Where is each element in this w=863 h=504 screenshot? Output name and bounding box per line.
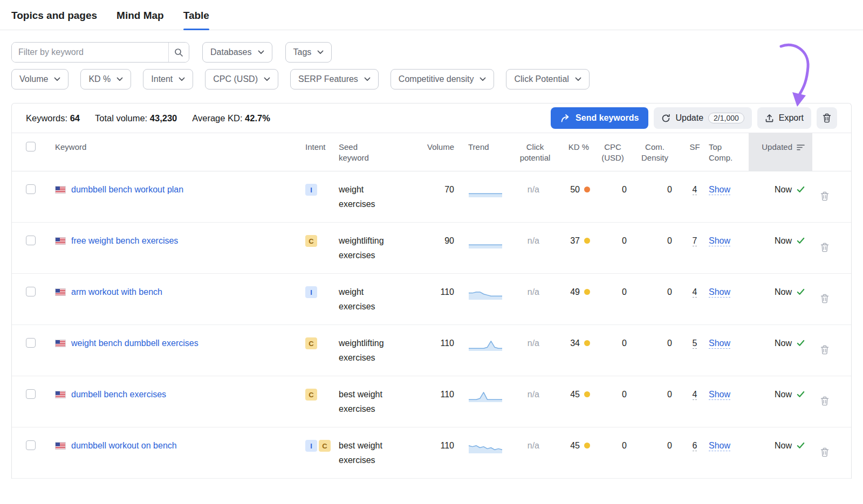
kd-value: 45	[570, 438, 580, 453]
column-header-volume[interactable]: Volume	[421, 133, 462, 171]
show-top-competitors-link[interactable]: Show	[709, 339, 730, 349]
column-header-seed-keyword[interactable]: Seed keyword	[339, 133, 421, 171]
tab-topics-and-pages[interactable]: Topics and pages	[11, 10, 97, 30]
delete-row-button[interactable]	[819, 234, 830, 263]
column-header-updated[interactable]: Updated	[749, 133, 812, 171]
tab-mind-map[interactable]: Mind Map	[117, 10, 164, 30]
serp-features-count[interactable]: 5	[693, 339, 697, 349]
filter-volume[interactable]: Volume	[11, 69, 69, 89]
filter-serp-features[interactable]: SERP Features	[290, 69, 379, 89]
keyword-link[interactable]: arm workout with bench	[71, 285, 162, 299]
click-potential-value: n/a	[516, 171, 553, 222]
export-label: Export	[779, 113, 804, 123]
delete-row-button[interactable]	[819, 183, 830, 211]
table-body: dumbbell bench workout planIweight exerc…	[12, 171, 851, 479]
filter-tags[interactable]: Tags	[285, 42, 332, 63]
filter-label: Intent	[151, 74, 173, 84]
column-header-intent[interactable]: Intent	[305, 133, 339, 171]
row-checkbox[interactable]	[26, 287, 36, 296]
updated-value: Now	[775, 182, 792, 197]
show-top-competitors-link[interactable]: Show	[709, 390, 730, 400]
column-header-kd[interactable]: KD %	[553, 133, 597, 171]
delete-row-button[interactable]	[819, 336, 830, 365]
delete-row-button[interactable]	[819, 285, 830, 314]
click-potential-value: n/a	[516, 427, 553, 478]
stat-total-volume: Total volume: 43,230	[95, 113, 177, 123]
chevron-down-icon	[264, 77, 270, 81]
trend-sparkline	[468, 441, 503, 454]
column-header-actions	[812, 133, 837, 171]
serp-features-count[interactable]: 4	[693, 287, 697, 298]
row-checkbox[interactable]	[26, 236, 36, 245]
trend-cell	[462, 325, 516, 376]
stat-average-kd: Average KD: 42.7%	[192, 113, 270, 123]
filter-databases[interactable]: Databases	[202, 42, 272, 63]
serp-features-count[interactable]: 4	[693, 185, 697, 195]
update-button[interactable]: Update 2/1,000	[654, 107, 751, 129]
kd-level-dot	[584, 443, 590, 448]
competitive-density-value: 0	[635, 274, 682, 325]
keyword-link[interactable]: dumbbell workout on bench	[71, 438, 177, 453]
show-top-competitors-link[interactable]: Show	[709, 236, 730, 246]
column-header-trend[interactable]: Trend	[462, 133, 516, 171]
filter-intent[interactable]: Intent	[143, 69, 193, 89]
keyword-link[interactable]: free weight bench exercises	[71, 233, 178, 248]
trash-icon	[820, 243, 829, 252]
updated-value: Now	[775, 387, 792, 402]
serp-features-count[interactable]: 4	[693, 390, 697, 400]
column-header-top-comp[interactable]: Top Comp.	[708, 133, 749, 171]
table-row: dumbbell bench workout planIweight exerc…	[12, 171, 851, 223]
row-checkbox[interactable]	[26, 338, 36, 348]
search-button[interactable]	[168, 43, 189, 62]
send-keywords-button[interactable]: Send keywords	[551, 107, 648, 129]
row-checkbox[interactable]	[26, 389, 36, 399]
column-header-cpc[interactable]: CPC (USD)	[597, 133, 635, 171]
filter-label: Tags	[293, 47, 312, 57]
volume-value: 110	[421, 325, 462, 376]
row-checkbox[interactable]	[26, 440, 36, 450]
export-button[interactable]: Export	[757, 107, 811, 129]
chevron-down-icon	[117, 77, 123, 81]
trend-cell	[462, 274, 516, 325]
seed-keyword-value: best weight exercises	[339, 438, 389, 467]
updated-value: Now	[775, 285, 792, 299]
show-top-competitors-link[interactable]: Show	[709, 287, 730, 298]
row-checkbox[interactable]	[26, 184, 36, 194]
competitive-density-value: 0	[635, 376, 682, 427]
chevron-down-icon	[54, 77, 60, 81]
volume-value: 70	[421, 171, 462, 222]
show-top-competitors-link[interactable]: Show	[709, 185, 730, 195]
keyword-link[interactable]: weight bench dumbbell exercises	[71, 336, 198, 350]
filter-cpc-usd[interactable]: CPC (USD)	[205, 69, 278, 89]
check-icon	[797, 186, 805, 193]
column-header-com-density[interactable]: Com. Density	[635, 133, 682, 171]
intent-cell: C	[305, 325, 339, 376]
filter-click-potential[interactable]: Click Potential	[506, 69, 589, 89]
keyword-link[interactable]: dumbbell bench workout plan	[71, 182, 183, 197]
updated-value: Now	[775, 438, 792, 453]
select-all-checkbox[interactable]	[26, 142, 36, 151]
column-header-sf[interactable]: SF	[682, 133, 708, 171]
filter-kd[interactable]: KD %	[80, 69, 131, 89]
tab-table[interactable]: Table	[183, 10, 209, 30]
delete-selected-button[interactable]	[817, 107, 837, 129]
us-flag-icon	[55, 340, 66, 347]
intent-cell: IC	[305, 427, 339, 478]
keyword-filter-input[interactable]	[12, 43, 168, 62]
volume-value: 110	[421, 376, 462, 427]
show-top-competitors-link[interactable]: Show	[709, 441, 730, 451]
serp-features-count[interactable]: 6	[693, 441, 697, 451]
competitive-density-value: 0	[635, 171, 682, 222]
delete-row-button[interactable]	[819, 388, 830, 416]
column-header-keyword[interactable]: Keyword	[46, 133, 305, 171]
trend-sparkline	[468, 287, 503, 300]
serp-features-count[interactable]: 7	[693, 236, 697, 246]
keyword-link[interactable]: dumbell bench exercises	[71, 387, 166, 402]
intent-cell: I	[305, 171, 339, 222]
filter-competitive-density[interactable]: Competitive density	[391, 69, 495, 89]
us-flag-icon	[55, 186, 66, 194]
column-header-click-potential[interactable]: Click potential	[516, 133, 553, 171]
delete-row-button[interactable]	[819, 439, 830, 467]
chevron-down-icon	[480, 77, 486, 81]
check-icon	[797, 391, 805, 398]
